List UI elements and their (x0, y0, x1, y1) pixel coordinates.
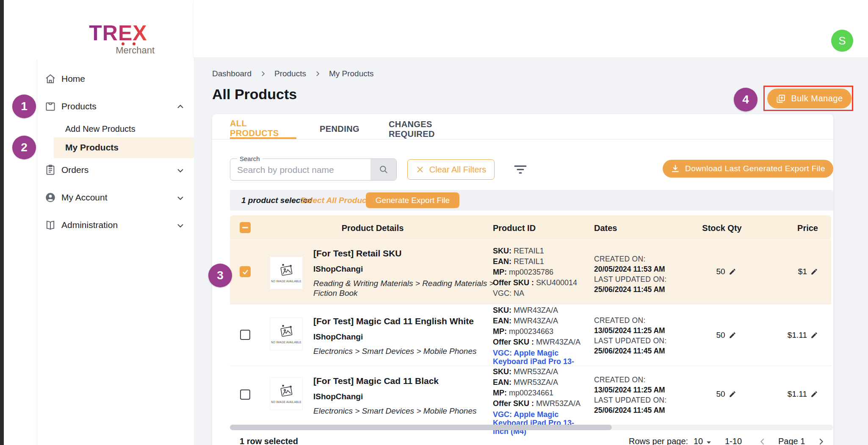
dropdown-arrow-icon[interactable] (705, 439, 712, 445)
download-export-button[interactable]: Download Last Generated Export File (663, 160, 833, 178)
product-brand: IShopChangi (313, 264, 496, 274)
sidebar-item-orders[interactable]: Orders (44, 161, 193, 179)
tab-label: CHANGES REQUIRED (389, 120, 473, 139)
sku-line: SKU: MWR43ZA/A (493, 305, 585, 316)
stock-qty-value: 50 (716, 389, 725, 399)
tab-pending[interactable]: PENDING (312, 119, 367, 139)
topbar (194, 0, 868, 57)
app-screen: TREX Merchant Home Products Add New Prod… (0, 0, 868, 445)
logo-subtitle: Merchant (81, 45, 155, 56)
sku-line: SKU: RETAIL1 (493, 246, 577, 256)
edit-icon[interactable] (810, 331, 818, 339)
logo: TREX Merchant (81, 21, 155, 56)
filter-list-icon[interactable] (514, 164, 527, 175)
chevron-down-icon[interactable] (175, 193, 185, 203)
last-updated-label: LAST UPDATED ON: (594, 395, 666, 405)
offer-sku-line: Offer SKU : MWR43ZA/A (493, 337, 585, 348)
price-value: $1 (798, 267, 807, 276)
edit-icon[interactable] (729, 390, 736, 398)
tab-label: ALL PRODUCTS (230, 119, 296, 138)
edit-icon[interactable] (729, 268, 736, 275)
header-price: Price (775, 223, 818, 233)
sidebar: TREX Merchant Home Products Add New Prod… (4, 0, 194, 445)
tab-changes-required[interactable]: CHANGES REQUIRED (389, 119, 473, 139)
avatar-initial: S (838, 34, 846, 47)
table-row[interactable]: NO IMAGE AVAILABLE [For Test] Magic Cad … (230, 304, 831, 366)
row-checkbox-unchecked[interactable] (240, 389, 250, 400)
breadcrumb-item-dashboard[interactable]: Dashboard (212, 69, 252, 78)
table-row[interactable]: NO IMAGE AVAILABLE [For Test] Retail SKU… (230, 240, 831, 304)
sidebar-item-add-new-products[interactable]: Add New Products (65, 124, 135, 134)
products-icon (44, 100, 56, 112)
annotation-badge-1: 1 (12, 95, 36, 118)
clear-all-filters-button[interactable]: Clear All Filters (407, 159, 495, 180)
scrollbar-thumb[interactable] (230, 425, 612, 430)
search-button[interactable] (370, 159, 396, 180)
search-input[interactable] (236, 159, 365, 181)
no-image-label: NO IMAGE AVAILABLE (271, 341, 301, 344)
rows-per-page-label: Rows per page: (629, 437, 688, 445)
product-category: Reading & Writing Materials > Reading Ma… (313, 278, 496, 298)
select-all-products-link[interactable]: Select All Products (301, 196, 373, 205)
breadcrumb-item-products[interactable]: Products (274, 69, 306, 78)
book-icon (44, 219, 56, 231)
offer-sku-line: Offer SKU : SKU400014 (493, 278, 577, 288)
user-avatar[interactable]: S (831, 30, 853, 52)
sidebar-item-label: My Products (65, 142, 119, 152)
previous-page-icon[interactable] (758, 437, 767, 445)
clear-all-filters-label: Clear All Filters (429, 165, 486, 175)
edit-icon[interactable] (810, 268, 818, 275)
no-image-label: NO IMAGE AVAILABLE (271, 280, 301, 283)
ean-line: EAN: MWR53ZA/A (493, 377, 585, 388)
row-checkbox-checked[interactable] (240, 266, 251, 277)
sku-line: SKU: MWR53ZA/A (493, 367, 585, 377)
last-updated-label: LAST UPDATED ON: (594, 336, 666, 346)
last-updated-value: 25/06/2024 11:45 AM (594, 346, 666, 356)
tab-label: PENDING (320, 124, 359, 134)
sidebar-item-home[interactable]: Home (44, 70, 193, 88)
created-on-value: 13/05/2024 11:25 AM (594, 325, 666, 336)
close-icon (416, 165, 424, 174)
tab-all-products[interactable]: ALL PRODUCTS (230, 119, 296, 139)
table-header: Product Details Product ID Dates Stock Q… (230, 215, 831, 239)
price-cell: $1.11 (775, 331, 818, 340)
download-export-label: Download Last Generated Export File (685, 164, 825, 173)
rows-per-page-select[interactable]: 10 (694, 437, 703, 445)
sidebar-item-administration[interactable]: Administration (44, 216, 193, 234)
chevron-up-icon[interactable] (175, 102, 185, 112)
sidebar-item-products[interactable]: Products (44, 97, 193, 116)
search-icon (378, 164, 389, 175)
chevron-down-icon[interactable] (175, 165, 185, 175)
product-id-cell: SKU: RETAIL1 EAN: RETAIL1 MP: mp00235786… (493, 246, 577, 299)
mp-line: MP: mp00235786 (493, 267, 577, 278)
chevron-down-icon[interactable] (175, 220, 185, 231)
next-page-icon[interactable] (816, 437, 826, 445)
selection-bar: 1 product selected Select All Products G… (230, 190, 833, 211)
dates-cell: CREATED ON: 13/05/2024 11:25 AM LAST UPD… (594, 315, 666, 356)
page-indicator: Page 1 (778, 437, 805, 445)
price-cell: $1.11 (775, 389, 818, 399)
product-category: Electronics > Smart Devices > Mobile Pho… (313, 346, 496, 356)
product-image-placeholder: NO IMAGE AVAILABLE (270, 318, 302, 350)
last-updated-value: 25/06/2024 11:45 AM (594, 284, 666, 295)
header-dates: Dates (594, 223, 617, 233)
product-name: [For Test] Magic Cad 11 English White (313, 316, 496, 326)
breadcrumb-item-my-products[interactable]: My Products (329, 69, 374, 78)
horizontal-scrollbar[interactable] (230, 425, 833, 430)
stock-qty-cell: 50 (703, 331, 749, 340)
row-checkbox-unchecked[interactable] (240, 330, 250, 340)
sidebar-item-my-products[interactable]: My Products (65, 142, 119, 153)
select-all-checkbox[interactable] (240, 222, 251, 233)
tabs-divider (212, 139, 833, 139)
product-image-placeholder: NO IMAGE AVAILABLE (270, 378, 302, 410)
product-brand: IShopChangi (313, 392, 496, 401)
table-row[interactable]: NO IMAGE AVAILABLE [For Test] Magic Cad … (230, 366, 831, 425)
generate-export-label: Generate Export File (376, 196, 450, 205)
generate-export-file-button[interactable]: Generate Export File (366, 192, 459, 208)
logo-cart-wheel-icon (122, 42, 124, 45)
sidebar-item-my-account[interactable]: My Account (44, 188, 193, 207)
bulk-manage-button[interactable]: Bulk Manage (767, 89, 851, 108)
edit-icon[interactable] (810, 390, 818, 398)
vgc-link[interactable]: VGC: Apple Magic Keyboard iPad Pro 13-in… (493, 410, 585, 436)
edit-icon[interactable] (729, 331, 736, 339)
